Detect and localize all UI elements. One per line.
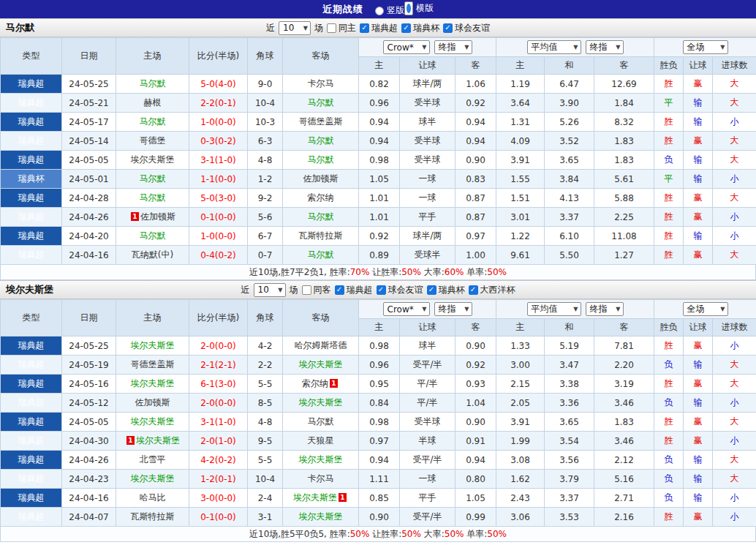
- filter-checkbox-1-3[interactable]: ✓瑞典杯: [427, 284, 465, 296]
- layout-radio-vertical[interactable]: 竖版: [375, 4, 404, 17]
- team-link[interactable]: 马尔默: [140, 173, 166, 184]
- team-link[interactable]: 哥德堡盖斯: [131, 359, 175, 369]
- team-link[interactable]: 瓦斯特拉斯: [131, 511, 175, 522]
- team-link[interactable]: 马尔默: [308, 249, 334, 260]
- team-link[interactable]: 埃尔夫斯堡: [136, 435, 180, 446]
- score-link[interactable]: 0-4(0-2): [200, 250, 236, 260]
- team-link[interactable]: 埃尔夫斯堡: [299, 359, 343, 369]
- score-link[interactable]: 0-1(0-0): [200, 512, 236, 522]
- asia-odds-time-select[interactable]: 终指▼: [434, 302, 472, 316]
- team-link[interactable]: 马尔默: [140, 78, 166, 89]
- team-link[interactable]: 埃尔夫斯堡: [293, 492, 337, 503]
- euro-away-odds-cell: 1.83: [594, 413, 654, 432]
- score-link[interactable]: 4-2(0-2): [200, 455, 236, 465]
- score-link[interactable]: 1-0(0-0): [200, 231, 236, 241]
- team-link[interactable]: 佐加顿斯: [135, 397, 170, 407]
- score-link[interactable]: 2-0(0-0): [200, 341, 236, 351]
- score-link[interactable]: 5-0(3-0): [200, 193, 236, 203]
- team-link[interactable]: 马尔默: [308, 97, 334, 108]
- filter-checkbox-1-2[interactable]: ✓球会友谊: [377, 284, 423, 296]
- radio-selected-icon[interactable]: [404, 1, 413, 15]
- result-goals-cell: 大: [713, 375, 756, 394]
- match-scope-select[interactable]: 全场▼: [683, 302, 728, 316]
- team-link[interactable]: 埃尔夫斯堡: [131, 473, 175, 484]
- checkbox-checked-icon[interactable]: ✓: [443, 23, 453, 33]
- score-link[interactable]: 0-3(0-2): [200, 136, 236, 146]
- filter-checkbox-1-1[interactable]: ✓瑞典超: [335, 284, 373, 296]
- team-link[interactable]: 马尔默: [308, 154, 334, 165]
- filter-checkbox-0-1[interactable]: ✓瑞典超: [360, 22, 398, 34]
- team-link[interactable]: 瓦斯特拉斯: [299, 230, 343, 241]
- filter-checkbox-1-4[interactable]: ✓大西洋杯: [469, 284, 515, 296]
- team-link[interactable]: 哥德堡: [140, 135, 166, 146]
- score-link[interactable]: 2-0(1-0): [200, 436, 236, 446]
- team-link[interactable]: 马尔默: [140, 230, 166, 241]
- checkbox-checked-icon[interactable]: ✓: [360, 23, 369, 33]
- team-link[interactable]: 埃尔夫斯堡: [299, 511, 343, 522]
- score-link[interactable]: 3-1(1-0): [200, 417, 236, 427]
- team-link[interactable]: 哈马比: [140, 492, 166, 503]
- team-link[interactable]: 索尔纳: [308, 192, 334, 203]
- score-link[interactable]: 2-2(0-1): [200, 98, 236, 108]
- layout-radio-horizontal[interactable]: 横版: [404, 1, 434, 15]
- euro-odds-time-select[interactable]: 终指▼: [586, 40, 624, 54]
- bookmaker-select[interactable]: Crow*▼: [383, 302, 430, 316]
- score-link[interactable]: 1-1(0-0): [200, 174, 236, 184]
- bookmaker-select[interactable]: Crow*▼: [383, 40, 430, 54]
- match-scope-select[interactable]: 全场▼: [683, 40, 728, 54]
- team-link[interactable]: 埃尔夫斯堡: [131, 340, 175, 350]
- team-link[interactable]: 马尔默: [140, 192, 166, 203]
- team-link[interactable]: 瓦纳默(中): [132, 249, 173, 260]
- euro-average-select[interactable]: 平均值▼: [527, 302, 581, 316]
- score-link[interactable]: 0-1(0-0): [200, 212, 236, 222]
- filter-checkbox-0-0[interactable]: 同主: [327, 22, 356, 34]
- team-link[interactable]: 索尔纳: [302, 378, 328, 388]
- checkbox-checked-icon[interactable]: ✓: [377, 285, 386, 295]
- recent-count-select[interactable]: 10▼: [254, 283, 286, 297]
- checkbox-unchecked-icon[interactable]: [302, 285, 311, 295]
- filter-checkbox-1-0[interactable]: 同客: [302, 284, 331, 296]
- checkbox-checked-icon[interactable]: ✓: [469, 285, 478, 295]
- euro-average-select[interactable]: 平均值▼: [527, 40, 581, 54]
- score-link[interactable]: 6-1(3-0): [200, 379, 236, 389]
- checkbox-checked-icon[interactable]: ✓: [427, 285, 436, 295]
- score-link[interactable]: 1-2(0-1): [200, 474, 236, 484]
- team-link[interactable]: 哥德堡盖斯: [299, 116, 343, 127]
- checkbox-checked-icon[interactable]: ✓: [401, 23, 411, 33]
- team-link[interactable]: 哈尔姆斯塔德: [295, 340, 347, 350]
- radio-unselected-icon[interactable]: [375, 7, 384, 15]
- team-link[interactable]: 马尔默: [308, 135, 334, 146]
- checkbox-unchecked-icon[interactable]: [327, 23, 336, 33]
- filter-checkbox-0-2[interactable]: ✓瑞典杯: [401, 22, 439, 34]
- team-link[interactable]: 佐加顿斯: [303, 173, 339, 184]
- team-link[interactable]: 埃尔夫斯堡: [131, 378, 175, 388]
- euro-odds-time-select[interactable]: 终指▼: [586, 302, 624, 316]
- score-link[interactable]: 3-0(0-0): [200, 493, 236, 503]
- result-goals-cell: 大: [713, 75, 756, 94]
- score-link[interactable]: 3-1(1-0): [200, 155, 236, 165]
- score-link[interactable]: 2-0(0-0): [200, 398, 236, 408]
- team-link[interactable]: 卡尔马: [308, 78, 334, 89]
- team-link[interactable]: 埃尔夫斯堡: [299, 454, 343, 465]
- filter-checkbox-0-3[interactable]: ✓球会友谊: [443, 22, 490, 34]
- euro-away-odds-cell: 5.16: [594, 470, 654, 489]
- team-link[interactable]: 佐加顿斯: [140, 211, 175, 222]
- team-link[interactable]: 埃尔夫斯堡: [131, 416, 175, 426]
- checkbox-checked-icon[interactable]: ✓: [335, 285, 344, 295]
- corner-cell: 4-8: [248, 151, 283, 170]
- team-link[interactable]: 天狼星: [308, 435, 334, 446]
- asia-odds-time-select[interactable]: 终指▼: [434, 40, 472, 54]
- team-link[interactable]: 北雪平: [140, 454, 166, 465]
- team-link[interactable]: 埃尔夫斯堡: [131, 154, 175, 165]
- team-link[interactable]: 埃尔夫斯堡: [299, 397, 343, 407]
- recent-count-select[interactable]: 10▼: [279, 21, 311, 35]
- score-link[interactable]: 5-0(4-0): [200, 79, 236, 89]
- team-link[interactable]: 赫根: [144, 97, 162, 108]
- team-link[interactable]: 马尔默: [140, 116, 166, 127]
- team-link[interactable]: 卡尔马: [308, 473, 334, 484]
- team-link[interactable]: 马尔默: [308, 211, 334, 222]
- team-link[interactable]: 马尔默: [308, 416, 334, 426]
- score-link[interactable]: 1-0(0-0): [200, 117, 236, 127]
- column-header: 日期: [62, 300, 116, 337]
- score-link[interactable]: 2-1(2-1): [200, 360, 236, 370]
